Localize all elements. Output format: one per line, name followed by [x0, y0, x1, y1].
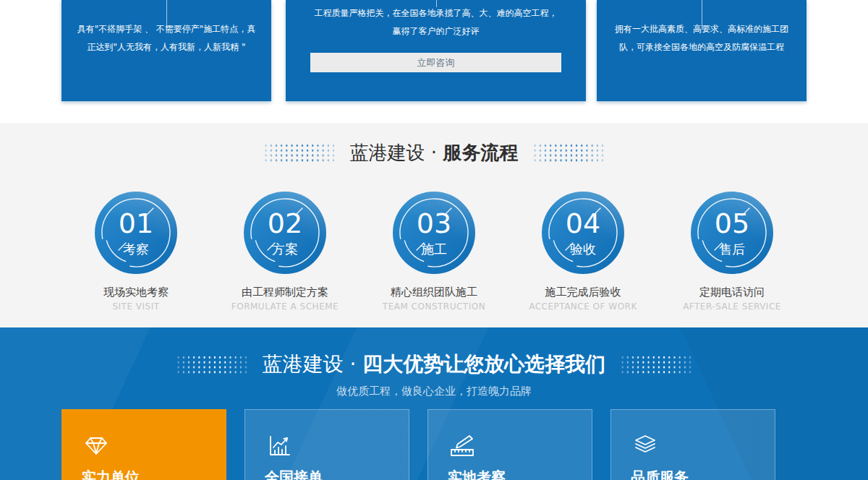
step-description: 由工程师制定方案	[242, 286, 328, 299]
divider-tick	[436, 0, 437, 7]
service-process-section: 蓝港建设 · 服务流程 01 考察 现场实地考察 SITE VISIT	[0, 123, 868, 327]
step-name: 售后	[691, 241, 773, 258]
step-circle-badge: 04 验收	[542, 192, 624, 274]
step-name: 验收	[542, 241, 624, 258]
heading-emphasis: 四大优势让您放心选择我们	[362, 352, 605, 376]
advantage-tab-order-acceptance[interactable]: 全国接单 ORDER ACCEPTANCE	[244, 409, 409, 480]
dots-decoration-right	[532, 143, 605, 163]
layers-icon	[631, 432, 660, 460]
banner-card-feature: 具有"不搭脚手架 、 不需要停产"施工特点，真正达到"人无我有，人有我新，人新我…	[61, 0, 271, 101]
brand-name: 蓝港建设	[350, 142, 425, 163]
advantage-title: 实力单位	[82, 468, 226, 480]
step-description-en: SITE VISIT	[112, 301, 159, 312]
advantages-section-title: 蓝港建设 · 四大优势让您放心选择我们	[0, 327, 868, 378]
advantages-section: 蓝港建设 · 四大优势让您放心选择我们 做优质工程，做良心企业，打造魄力品牌 实…	[0, 327, 868, 480]
step-description: 定期电话访问	[699, 286, 765, 299]
process-step-aftersale: 05 售后 定期电话访问 AFTER-SALE SERVICE	[658, 192, 807, 312]
step-description-en: FORMULATE A SCHEME	[231, 301, 339, 312]
divider-tick	[166, 0, 167, 30]
step-number: 05	[691, 207, 773, 239]
step-description-en: AFTER-SALE SERVICE	[683, 301, 781, 312]
top-banner-strip: 具有"不搭脚手架 、 不需要停产"施工特点，真正达到"人无我有，人有我新，人新我…	[0, 0, 868, 123]
step-circle-badge: 03 施工	[393, 192, 475, 274]
advantages-subtitle: 做优质工程，做良心企业，打造魄力品牌	[0, 385, 868, 398]
section-heading: 蓝港建设 · 四大优势让您放心选择我们	[263, 351, 606, 378]
ruler-pencil-icon	[448, 432, 477, 460]
process-section-title: 蓝港建设 · 服务流程	[0, 123, 868, 166]
step-description: 施工完成后验收	[545, 286, 621, 299]
advantage-title: 全国接单	[265, 468, 409, 480]
process-step-acceptance: 04 验收 施工完成后验收 ACCEPTANCE OF WORK	[509, 192, 658, 312]
dots-decoration-left	[176, 355, 248, 374]
step-number: 01	[95, 207, 177, 239]
banner-card-team: 拥有一大批高素质、高要求、高标准的施工团队，可承接全国各地的高空及防腐保温工程	[597, 0, 807, 101]
process-step-survey: 01 考察 现场实地考察 SITE VISIT	[61, 192, 210, 312]
heading-separator: ·	[344, 352, 363, 376]
step-description: 现场实地考察	[103, 286, 169, 299]
bar-chart-icon	[265, 432, 294, 460]
process-step-construction: 03 施工 精心组织团队施工 TEAM CONSTRUCTION	[359, 192, 509, 312]
advantage-tab-quality-service[interactable]: 品质服务 QUALITY SERVICE	[610, 409, 775, 480]
heading-separator: ·	[425, 142, 443, 163]
step-circle-badge: 02 方案	[244, 192, 326, 274]
step-description-en: ACCEPTANCE OF WORK	[529, 301, 637, 312]
step-name: 方案	[244, 241, 326, 258]
advantage-tab-investigation[interactable]: 实地考察 INVESTIGATION	[427, 409, 592, 480]
advantage-tabs: 实力单位 STRENGTH UNIT 全国接单 ORDER ACCEPTANCE…	[61, 409, 775, 480]
banner-card-quality: 工程质量严格把关，在全国各地承揽了高、大、难的高空工程，赢得了客户的广泛好评 立…	[286, 0, 586, 101]
advantage-tab-strength-unit[interactable]: 实力单位 STRENGTH UNIT	[61, 409, 226, 480]
advantage-title: 品质服务	[631, 468, 775, 480]
section-heading: 蓝港建设 · 服务流程	[350, 140, 519, 166]
heading-emphasis: 服务流程	[443, 142, 518, 163]
banner-card-text: 工程质量严格把关，在全国各地承揽了高、大、难的高空工程，赢得了客户的广泛好评	[310, 4, 561, 40]
process-steps: 01 考察 现场实地考察 SITE VISIT 02 方案 由工程师制定方案 F…	[61, 192, 807, 312]
consult-now-button[interactable]: 立即咨询	[310, 53, 561, 72]
step-number: 03	[393, 207, 475, 239]
step-name: 施工	[393, 241, 475, 258]
step-circle-badge: 05 售后	[691, 192, 773, 274]
brand-name: 蓝港建设	[263, 352, 344, 376]
divider-tick	[702, 0, 702, 29]
advantage-title: 实地考察	[448, 468, 592, 480]
step-number: 02	[244, 207, 326, 239]
step-number: 04	[542, 207, 624, 239]
step-description: 精心组织团队施工	[391, 286, 477, 299]
process-step-scheme: 02 方案 由工程师制定方案 FORMULATE A SCHEME	[210, 192, 359, 312]
step-name: 考察	[95, 241, 177, 258]
dots-decoration-right	[620, 355, 692, 374]
diamond-icon	[82, 432, 111, 460]
step-circle-badge: 01 考察	[95, 192, 177, 274]
dots-decoration-left	[263, 143, 336, 163]
step-description-en: TEAM CONSTRUCTION	[383, 301, 485, 312]
